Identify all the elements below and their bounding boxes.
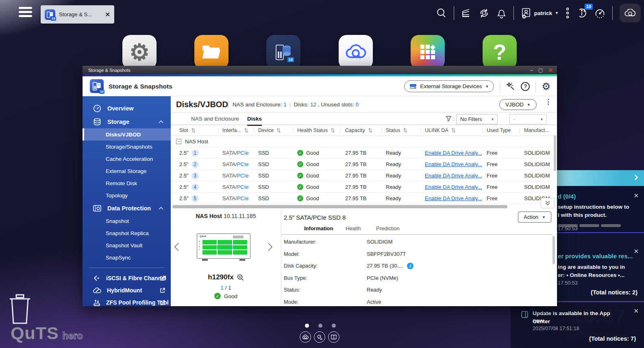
close-icon[interactable]: ✕ [633, 307, 639, 315]
detail-tab-health[interactable]: Health [346, 225, 361, 231]
sync-status-icon[interactable] [479, 8, 490, 19]
nas-chassis-image[interactable]: QNAP [197, 233, 250, 259]
sidebar-item-snapshot-replica[interactable]: Snapshot Replica [83, 227, 171, 239]
help-icon[interactable]: ? [521, 82, 530, 91]
table-group-row[interactable]: − NAS Host [171, 136, 557, 147]
main-menu-icon[interactable] [19, 7, 32, 19]
notification-banner[interactable]: › [553, 170, 644, 186]
enable-da-drive-analyzer-link[interactable]: Enable DA Drive Analy... [425, 184, 482, 190]
myqnapcloud-button[interactable] [620, 4, 641, 22]
window-titlebar[interactable]: Storage & Snapshots – ▢ ✕ [83, 66, 557, 74]
enable-da-drive-analyzer-link[interactable]: Enable DA Drive Analy... [425, 150, 482, 156]
sidebar-item-storage-snapshots[interactable]: Storage/Snapshots [83, 140, 171, 153]
sort-icon[interactable] [451, 128, 456, 133]
sidebar-link-zfs-pool-profiling-tool[interactable]: ZFS Pool Profiling Tool [83, 296, 171, 309]
magic-wand-icon[interactable] [506, 82, 515, 91]
column-header-status[interactable]: Status [381, 125, 420, 136]
column-header-manufact[interactable]: Manufact... [520, 125, 557, 136]
close-icon[interactable]: ✕ [633, 248, 639, 255]
action-button[interactable]: Action▼ [518, 212, 551, 223]
info-icon[interactable]: i [407, 263, 413, 269]
search-icon[interactable] [436, 8, 447, 18]
sidebar-item-disks-vjbod[interactable]: Disks/VJBOD [83, 128, 171, 140]
summary-bar: NAS and Enclosure: 1|Disks: 12 , Unused … [233, 102, 359, 108]
filter-dropdown-secondary[interactable]: -▼ [509, 114, 547, 124]
column-header-capacity[interactable]: Capacity [341, 125, 381, 136]
sort-icon[interactable] [368, 128, 372, 133]
sidebar-link-hybridmount[interactable]: HybridMount [83, 284, 171, 296]
zoom-in-icon[interactable] [237, 274, 244, 281]
vertical-scrollbar[interactable] [554, 135, 556, 171]
sort-icon[interactable] [191, 128, 196, 133]
collapse-group-icon[interactable]: − [176, 139, 181, 144]
horizontal-scrollbar[interactable] [172, 205, 507, 208]
enable-da-drive-analyzer-link[interactable]: Enable DA Drive Analy... [425, 195, 482, 201]
background-tasks-icon[interactable] [461, 8, 472, 18]
enable-da-drive-analyzer-link[interactable]: Enable DA Drive Analy... [425, 173, 482, 179]
close-icon[interactable]: ✕ [633, 192, 639, 199]
chevron-right-icon[interactable] [268, 242, 273, 251]
sort-icon[interactable] [403, 128, 407, 133]
sidebar-item-snapshot-vault[interactable]: Snapshot Vault [83, 239, 171, 251]
sidebar-section-data-protection[interactable]: Data Protection [83, 201, 171, 215]
selected-disk-slot[interactable] [218, 245, 232, 250]
sort-icon[interactable] [331, 128, 335, 133]
vjbod-button[interactable]: VJBOD ▼ [499, 99, 537, 110]
taskbar-tab-storage-snapshots[interactable]: 10 Storage & S... ✕ [41, 5, 114, 24]
disk-row[interactable]: 2.5"3 SATA/PCIe SSD ✓Good 27.95 TB Ready… [171, 170, 557, 182]
sidebar-link-iscsi-fibre-channel[interactable]: iSCSI & Fibre Channel [83, 272, 171, 284]
app-icon: 10 [45, 9, 55, 20]
slot-number-badge: 5 [191, 195, 199, 202]
chevron-right-icon[interactable]: › [634, 170, 638, 184]
user-menu[interactable]: patrick ▼ [521, 7, 559, 19]
sidebar-item-remote-disk[interactable]: Remote Disk [83, 177, 171, 189]
disk-row[interactable]: 2.5"4 SATA/PCIe SSD ✓Good 27.95 TB Ready… [171, 182, 557, 193]
close-button[interactable]: ✕ [548, 68, 553, 73]
column-header-slot[interactable]: Slot [175, 125, 218, 136]
user-icon [521, 7, 531, 19]
settings-gear-icon[interactable]: ⚙ [542, 82, 550, 91]
notification-card-setup[interactable]: ✕ d (0/4) setup instructions below to l … [553, 186, 644, 232]
notification-total: (Total notices: 2) [591, 289, 637, 296]
tab-disks[interactable]: Disks [247, 113, 262, 126]
chevron-left-icon[interactable] [174, 242, 179, 251]
column-header-health-status[interactable]: Health Status [293, 125, 341, 136]
sidebar-section-storage[interactable]: Storage [83, 115, 171, 128]
sidebar-item-snapshot[interactable]: Snapshot [83, 215, 171, 227]
column-header-used-type[interactable]: Used Type [482, 125, 520, 136]
disk-row[interactable]: 2.5"1 SATA/PCIe SSD ✓Good 27.95 TB Ready… [171, 147, 557, 159]
enable-da-drive-analyzer-link[interactable]: Enable DA Drive Analy... [425, 161, 482, 167]
filter-dropdown[interactable]: No Filters▼ [456, 114, 498, 124]
detail-tab-prediction[interactable]: Prediction [376, 225, 400, 231]
close-icon[interactable]: ✕ [105, 11, 110, 18]
collapse-panel-button[interactable] [541, 198, 555, 208]
sidebar-item-cache-acceleration[interactable]: Cache Acceleration [83, 153, 171, 165]
sidebar-item-snapsync[interactable]: SnapSync [83, 251, 171, 264]
slot-number-badge: 3 [191, 172, 199, 179]
more-options-icon[interactable] [566, 7, 570, 19]
detail-tab-information[interactable]: Information [304, 225, 333, 231]
minimize-button[interactable]: – [530, 68, 533, 73]
notification-bell-icon[interactable] [496, 8, 507, 19]
maximize-button[interactable]: ▢ [538, 68, 543, 73]
sidebar-item-external-storage[interactable]: External Storage [83, 165, 171, 177]
external-storage-devices-selector[interactable]: External Storage Devices ▼ [404, 80, 494, 92]
column-header-interfa[interactable]: Interfa... [218, 125, 254, 136]
vertical-scrollbar[interactable] [553, 236, 555, 264]
notification-text: er: • Online Resources •... [558, 271, 624, 279]
sidebar-item-topology[interactable]: Topology [83, 189, 171, 201]
resource-monitor-icon[interactable] [594, 8, 605, 19]
notification-card-update[interactable]: ✕ Update is available in the App Center … [511, 301, 644, 348]
disk-row[interactable]: 2.5"2 SATA/PCIe SSD ✓Good 27.95 TB Ready… [171, 159, 557, 170]
column-header-device[interactable]: Device [254, 125, 293, 136]
tab-nas-and-enclosure[interactable]: NAS and Enclosure [191, 113, 239, 125]
system-info-icon[interactable]: 10 [577, 7, 587, 19]
disk-row[interactable]: 2.5"5 SATA/PCIe SSD ✓Good 27.95 TB Ready… [171, 193, 557, 204]
sort-icon[interactable] [244, 128, 248, 133]
sidebar-item-overview[interactable]: Overview [83, 102, 171, 115]
filter-funnel-icon[interactable]: : [446, 116, 455, 122]
more-options-icon[interactable]: ⋮ [545, 99, 550, 104]
notification-card-resources[interactable]: ✕ er provides valuable res... ing are av… [553, 233, 644, 300]
column-header-ulink-da[interactable]: ULINK DA [420, 125, 482, 136]
sort-icon[interactable] [276, 128, 281, 133]
